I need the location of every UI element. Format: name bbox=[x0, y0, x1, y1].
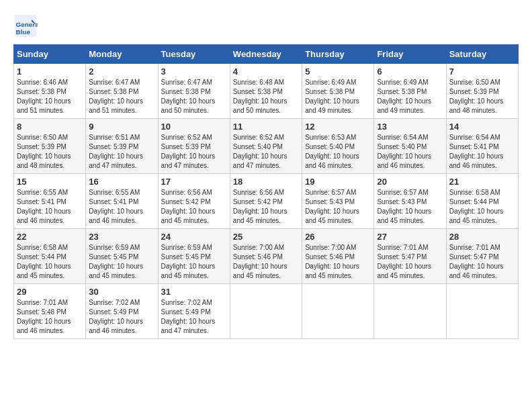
day-info: Sunrise: 7:00 AM Sunset: 5:46 PM Dayligh… bbox=[233, 243, 299, 281]
day-number: 22 bbox=[17, 232, 83, 242]
day-number: 26 bbox=[305, 232, 371, 242]
day-info: Sunrise: 6:47 AM Sunset: 5:38 PM Dayligh… bbox=[161, 78, 227, 116]
day-number: 3 bbox=[161, 66, 227, 77]
table-row: 30Sunrise: 7:02 AM Sunset: 5:49 PM Dayli… bbox=[86, 284, 158, 339]
col-sunday: Sunday bbox=[14, 45, 86, 64]
day-info: Sunrise: 6:58 AM Sunset: 5:44 PM Dayligh… bbox=[449, 188, 515, 226]
calendar-week-row: 1Sunrise: 6:46 AM Sunset: 5:38 PM Daylig… bbox=[14, 64, 519, 119]
day-info: Sunrise: 6:46 AM Sunset: 5:38 PM Dayligh… bbox=[17, 78, 83, 116]
table-row: 23Sunrise: 6:59 AM Sunset: 5:45 PM Dayli… bbox=[86, 229, 158, 284]
table-row: 20Sunrise: 6:57 AM Sunset: 5:43 PM Dayli… bbox=[374, 174, 446, 229]
table-row: 1Sunrise: 6:46 AM Sunset: 5:38 PM Daylig… bbox=[14, 64, 86, 119]
table-row: 17Sunrise: 6:56 AM Sunset: 5:42 PM Dayli… bbox=[158, 174, 230, 229]
day-info: Sunrise: 6:50 AM Sunset: 5:39 PM Dayligh… bbox=[449, 78, 515, 116]
day-number: 2 bbox=[89, 66, 154, 77]
day-number: 23 bbox=[89, 232, 154, 242]
day-number: 28 bbox=[449, 232, 515, 242]
day-info: Sunrise: 6:50 AM Sunset: 5:39 PM Dayligh… bbox=[17, 133, 83, 171]
day-info: Sunrise: 7:02 AM Sunset: 5:49 PM Dayligh… bbox=[161, 298, 227, 336]
day-number: 18 bbox=[233, 177, 299, 187]
table-row bbox=[374, 284, 446, 339]
table-row: 2Sunrise: 6:47 AM Sunset: 5:38 PM Daylig… bbox=[86, 64, 158, 119]
day-number: 12 bbox=[305, 122, 371, 132]
day-info: Sunrise: 7:00 AM Sunset: 5:46 PM Dayligh… bbox=[305, 243, 371, 281]
day-info: Sunrise: 6:59 AM Sunset: 5:45 PM Dayligh… bbox=[161, 243, 227, 281]
day-number: 25 bbox=[233, 232, 299, 242]
day-info: Sunrise: 6:48 AM Sunset: 5:38 PM Dayligh… bbox=[233, 78, 299, 116]
day-number: 8 bbox=[17, 122, 83, 132]
day-info: Sunrise: 6:57 AM Sunset: 5:43 PM Dayligh… bbox=[305, 188, 371, 226]
calendar-week-row: 29Sunrise: 7:01 AM Sunset: 5:48 PM Dayli… bbox=[14, 284, 519, 339]
day-info: Sunrise: 7:01 AM Sunset: 5:48 PM Dayligh… bbox=[17, 298, 83, 336]
calendar-week-row: 8Sunrise: 6:50 AM Sunset: 5:39 PM Daylig… bbox=[14, 119, 519, 174]
table-row: 7Sunrise: 6:50 AM Sunset: 5:39 PM Daylig… bbox=[446, 64, 518, 119]
day-info: Sunrise: 6:47 AM Sunset: 5:38 PM Dayligh… bbox=[89, 78, 154, 116]
table-row: 4Sunrise: 6:48 AM Sunset: 5:38 PM Daylig… bbox=[230, 64, 302, 119]
day-number: 15 bbox=[17, 177, 83, 187]
day-info: Sunrise: 6:51 AM Sunset: 5:39 PM Dayligh… bbox=[89, 133, 154, 171]
logo-icon: General Blue bbox=[13, 13, 38, 38]
col-wednesday: Wednesday bbox=[230, 45, 302, 64]
day-number: 21 bbox=[449, 177, 515, 187]
table-row: 9Sunrise: 6:51 AM Sunset: 5:39 PM Daylig… bbox=[86, 119, 158, 174]
day-info: Sunrise: 7:02 AM Sunset: 5:49 PM Dayligh… bbox=[89, 298, 154, 336]
day-number: 1 bbox=[17, 66, 83, 77]
table-row: 12Sunrise: 6:53 AM Sunset: 5:40 PM Dayli… bbox=[302, 119, 374, 174]
day-info: Sunrise: 6:49 AM Sunset: 5:38 PM Dayligh… bbox=[377, 78, 443, 116]
day-number: 16 bbox=[89, 177, 154, 187]
table-row bbox=[302, 284, 374, 339]
day-info: Sunrise: 6:53 AM Sunset: 5:40 PM Dayligh… bbox=[305, 133, 371, 171]
day-info: Sunrise: 6:52 AM Sunset: 5:39 PM Dayligh… bbox=[161, 133, 227, 171]
table-row: 24Sunrise: 6:59 AM Sunset: 5:45 PM Dayli… bbox=[158, 229, 230, 284]
day-info: Sunrise: 6:54 AM Sunset: 5:41 PM Dayligh… bbox=[449, 133, 515, 171]
day-info: Sunrise: 6:49 AM Sunset: 5:38 PM Dayligh… bbox=[305, 78, 371, 116]
day-number: 7 bbox=[449, 66, 515, 77]
table-row: 31Sunrise: 7:02 AM Sunset: 5:49 PM Dayli… bbox=[158, 284, 230, 339]
table-row: 6Sunrise: 6:49 AM Sunset: 5:38 PM Daylig… bbox=[374, 64, 446, 119]
table-row: 22Sunrise: 6:58 AM Sunset: 5:44 PM Dayli… bbox=[14, 229, 86, 284]
day-number: 24 bbox=[161, 232, 227, 242]
calendar-week-row: 22Sunrise: 6:58 AM Sunset: 5:44 PM Dayli… bbox=[14, 229, 519, 284]
day-info: Sunrise: 6:58 AM Sunset: 5:44 PM Dayligh… bbox=[17, 243, 83, 281]
calendar-table: Sunday Monday Tuesday Wednesday Thursday… bbox=[13, 44, 519, 339]
day-number: 30 bbox=[89, 287, 154, 297]
table-row bbox=[446, 284, 518, 339]
table-row: 8Sunrise: 6:50 AM Sunset: 5:39 PM Daylig… bbox=[14, 119, 86, 174]
table-row bbox=[230, 284, 302, 339]
day-number: 20 bbox=[377, 177, 443, 187]
col-saturday: Saturday bbox=[446, 45, 518, 64]
table-row: 29Sunrise: 7:01 AM Sunset: 5:48 PM Dayli… bbox=[14, 284, 86, 339]
day-info: Sunrise: 6:57 AM Sunset: 5:43 PM Dayligh… bbox=[377, 188, 443, 226]
day-number: 27 bbox=[377, 232, 443, 242]
table-row: 14Sunrise: 6:54 AM Sunset: 5:41 PM Dayli… bbox=[446, 119, 518, 174]
day-number: 4 bbox=[233, 66, 299, 77]
day-number: 9 bbox=[89, 122, 154, 132]
day-info: Sunrise: 6:56 AM Sunset: 5:42 PM Dayligh… bbox=[161, 188, 227, 226]
day-number: 10 bbox=[161, 122, 227, 132]
day-info: Sunrise: 6:54 AM Sunset: 5:40 PM Dayligh… bbox=[377, 133, 443, 171]
day-number: 5 bbox=[305, 66, 371, 77]
calendar-week-row: 15Sunrise: 6:55 AM Sunset: 5:41 PM Dayli… bbox=[14, 174, 519, 229]
header: General Blue bbox=[13, 13, 519, 38]
svg-text:Blue: Blue bbox=[16, 28, 31, 36]
col-tuesday: Tuesday bbox=[158, 45, 230, 64]
table-row: 27Sunrise: 7:01 AM Sunset: 5:47 PM Dayli… bbox=[374, 229, 446, 284]
table-row: 5Sunrise: 6:49 AM Sunset: 5:38 PM Daylig… bbox=[302, 64, 374, 119]
table-row: 11Sunrise: 6:52 AM Sunset: 5:40 PM Dayli… bbox=[230, 119, 302, 174]
day-info: Sunrise: 6:55 AM Sunset: 5:41 PM Dayligh… bbox=[17, 188, 83, 226]
logo: General Blue bbox=[13, 13, 40, 38]
day-info: Sunrise: 6:56 AM Sunset: 5:42 PM Dayligh… bbox=[233, 188, 299, 226]
table-row: 13Sunrise: 6:54 AM Sunset: 5:40 PM Dayli… bbox=[374, 119, 446, 174]
day-number: 19 bbox=[305, 177, 371, 187]
day-info: Sunrise: 6:55 AM Sunset: 5:41 PM Dayligh… bbox=[89, 188, 154, 226]
table-row: 19Sunrise: 6:57 AM Sunset: 5:43 PM Dayli… bbox=[302, 174, 374, 229]
day-number: 13 bbox=[377, 122, 443, 132]
table-row: 25Sunrise: 7:00 AM Sunset: 5:46 PM Dayli… bbox=[230, 229, 302, 284]
day-number: 11 bbox=[233, 122, 299, 132]
table-row: 16Sunrise: 6:55 AM Sunset: 5:41 PM Dayli… bbox=[86, 174, 158, 229]
col-monday: Monday bbox=[86, 45, 158, 64]
col-friday: Friday bbox=[374, 45, 446, 64]
day-number: 6 bbox=[377, 66, 443, 77]
day-number: 17 bbox=[161, 177, 227, 187]
table-row: 28Sunrise: 7:01 AM Sunset: 5:47 PM Dayli… bbox=[446, 229, 518, 284]
